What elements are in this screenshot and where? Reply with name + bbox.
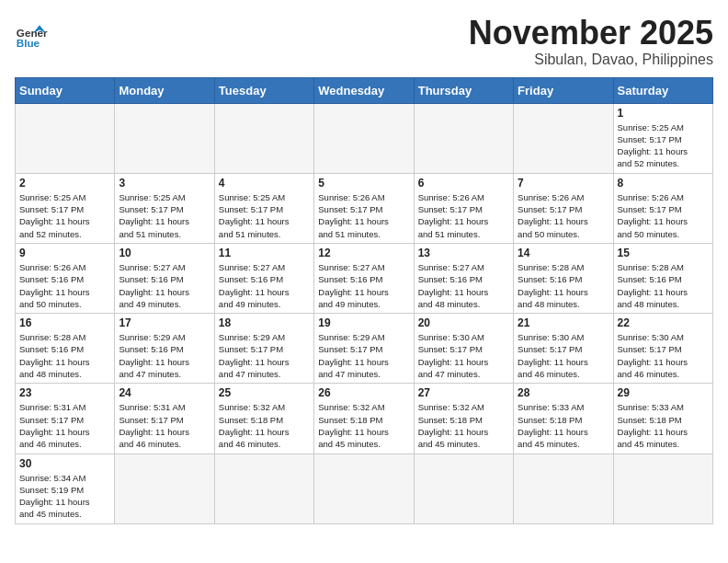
- day-number: 16: [19, 316, 110, 329]
- day-info: Sunrise: 5:29 AMSunset: 5:16 PMDaylight:…: [119, 331, 210, 380]
- weekday-header-friday: Friday: [514, 77, 613, 103]
- day-number: 25: [219, 386, 310, 399]
- weekday-header-monday: Monday: [115, 77, 214, 103]
- day-number: 12: [318, 247, 409, 259]
- day-cell: 2Sunrise: 5:25 AMSunset: 5:17 PMDaylight…: [16, 173, 115, 243]
- day-cell: 4Sunrise: 5:25 AMSunset: 5:17 PMDaylight…: [214, 173, 313, 243]
- day-number: 4: [219, 177, 310, 190]
- day-info: Sunrise: 5:33 AMSunset: 5:18 PMDaylight:…: [618, 401, 709, 450]
- week-row-3: 9Sunrise: 5:26 AMSunset: 5:16 PMDaylight…: [16, 243, 713, 313]
- day-cell: 14Sunrise: 5:28 AMSunset: 5:16 PMDayligh…: [514, 243, 613, 313]
- day-number: 30: [19, 457, 110, 470]
- day-info: Sunrise: 5:30 AMSunset: 5:17 PMDaylight:…: [418, 331, 509, 380]
- day-number: 18: [219, 316, 310, 329]
- day-number: 1: [618, 107, 709, 120]
- day-info: Sunrise: 5:25 AMSunset: 5:17 PMDaylight:…: [219, 191, 310, 240]
- day-info: Sunrise: 5:32 AMSunset: 5:18 PMDaylight:…: [418, 401, 509, 450]
- day-cell: 20Sunrise: 5:30 AMSunset: 5:17 PMDayligh…: [414, 314, 513, 384]
- week-row-5: 23Sunrise: 5:31 AMSunset: 5:17 PMDayligh…: [16, 384, 713, 454]
- day-info: Sunrise: 5:27 AMSunset: 5:16 PMDaylight:…: [119, 261, 210, 310]
- day-cell: [314, 454, 414, 523]
- day-info: Sunrise: 5:28 AMSunset: 5:16 PMDaylight:…: [618, 261, 709, 310]
- day-info: Sunrise: 5:26 AMSunset: 5:17 PMDaylight:…: [418, 191, 509, 240]
- day-number: 3: [119, 177, 210, 190]
- day-info: Sunrise: 5:25 AMSunset: 5:17 PMDaylight:…: [618, 121, 709, 170]
- day-number: 2: [19, 177, 110, 190]
- day-number: 10: [119, 247, 210, 259]
- day-info: Sunrise: 5:31 AMSunset: 5:17 PMDaylight:…: [119, 401, 210, 450]
- day-cell: 23Sunrise: 5:31 AMSunset: 5:17 PMDayligh…: [16, 384, 115, 454]
- day-cell: 15Sunrise: 5:28 AMSunset: 5:16 PMDayligh…: [613, 243, 712, 313]
- day-cell: 8Sunrise: 5:26 AMSunset: 5:17 PMDaylight…: [613, 173, 712, 243]
- day-number: 20: [418, 316, 509, 329]
- svg-text:Blue: Blue: [17, 37, 40, 49]
- day-cell: 1Sunrise: 5:25 AMSunset: 5:17 PMDaylight…: [613, 103, 712, 173]
- day-number: 24: [119, 386, 210, 399]
- day-info: Sunrise: 5:28 AMSunset: 5:16 PMDaylight:…: [518, 261, 609, 310]
- day-cell: [214, 454, 313, 523]
- day-info: Sunrise: 5:25 AMSunset: 5:17 PMDaylight:…: [19, 191, 110, 240]
- day-number: 26: [318, 386, 409, 399]
- day-info: Sunrise: 5:27 AMSunset: 5:16 PMDaylight:…: [318, 261, 409, 310]
- weekday-header-sunday: Sunday: [16, 77, 115, 103]
- day-info: Sunrise: 5:30 AMSunset: 5:17 PMDaylight:…: [618, 331, 709, 380]
- day-info: Sunrise: 5:26 AMSunset: 5:17 PMDaylight:…: [618, 191, 709, 240]
- header: General Blue November 2025 Sibulan, Dava…: [15, 15, 713, 68]
- day-cell: [414, 454, 513, 523]
- day-cell: [115, 454, 214, 523]
- week-row-1: 1Sunrise: 5:25 AMSunset: 5:17 PMDaylight…: [16, 103, 713, 173]
- week-row-4: 16Sunrise: 5:28 AMSunset: 5:16 PMDayligh…: [16, 314, 713, 384]
- day-info: Sunrise: 5:27 AMSunset: 5:16 PMDaylight:…: [219, 261, 310, 310]
- day-cell: 9Sunrise: 5:26 AMSunset: 5:16 PMDaylight…: [16, 243, 115, 313]
- day-info: Sunrise: 5:25 AMSunset: 5:17 PMDaylight:…: [119, 191, 210, 240]
- weekday-header-saturday: Saturday: [613, 77, 712, 103]
- day-info: Sunrise: 5:32 AMSunset: 5:18 PMDaylight:…: [318, 401, 409, 450]
- day-number: 14: [518, 247, 609, 259]
- day-cell: [115, 103, 214, 173]
- calendar-table: SundayMondayTuesdayWednesdayThursdayFrid…: [15, 77, 713, 524]
- month-title: November 2025: [469, 15, 713, 52]
- day-number: 6: [418, 177, 509, 190]
- day-number: 28: [518, 386, 609, 399]
- day-info: Sunrise: 5:34 AMSunset: 5:19 PMDaylight:…: [19, 472, 110, 521]
- day-cell: 7Sunrise: 5:26 AMSunset: 5:17 PMDaylight…: [514, 173, 613, 243]
- weekday-header-tuesday: Tuesday: [214, 77, 313, 103]
- day-cell: 18Sunrise: 5:29 AMSunset: 5:17 PMDayligh…: [214, 314, 313, 384]
- day-cell: 16Sunrise: 5:28 AMSunset: 5:16 PMDayligh…: [16, 314, 115, 384]
- day-number: 22: [618, 316, 709, 329]
- day-info: Sunrise: 5:31 AMSunset: 5:17 PMDaylight:…: [19, 401, 110, 450]
- day-cell: 30Sunrise: 5:34 AMSunset: 5:19 PMDayligh…: [16, 454, 115, 523]
- day-info: Sunrise: 5:26 AMSunset: 5:16 PMDaylight:…: [19, 261, 110, 310]
- day-cell: [16, 103, 115, 173]
- day-cell: 6Sunrise: 5:26 AMSunset: 5:17 PMDaylight…: [414, 173, 513, 243]
- weekday-header-thursday: Thursday: [414, 77, 513, 103]
- title-block: November 2025 Sibulan, Davao, Philippine…: [469, 15, 713, 68]
- day-cell: 21Sunrise: 5:30 AMSunset: 5:17 PMDayligh…: [514, 314, 613, 384]
- day-number: 13: [418, 247, 509, 259]
- day-info: Sunrise: 5:33 AMSunset: 5:18 PMDaylight:…: [518, 401, 609, 450]
- day-cell: 26Sunrise: 5:32 AMSunset: 5:18 PMDayligh…: [314, 384, 414, 454]
- day-cell: 28Sunrise: 5:33 AMSunset: 5:18 PMDayligh…: [514, 384, 613, 454]
- day-cell: 12Sunrise: 5:27 AMSunset: 5:16 PMDayligh…: [314, 243, 414, 313]
- day-cell: 24Sunrise: 5:31 AMSunset: 5:17 PMDayligh…: [115, 384, 214, 454]
- day-number: 29: [618, 386, 709, 399]
- day-info: Sunrise: 5:29 AMSunset: 5:17 PMDaylight:…: [219, 331, 310, 380]
- weekday-header-row: SundayMondayTuesdayWednesdayThursdayFrid…: [16, 77, 713, 103]
- day-info: Sunrise: 5:30 AMSunset: 5:17 PMDaylight:…: [518, 331, 609, 380]
- day-number: 15: [618, 247, 709, 259]
- day-number: 7: [518, 177, 609, 190]
- day-number: 11: [219, 247, 310, 259]
- day-number: 19: [318, 316, 409, 329]
- day-cell: [414, 103, 513, 173]
- day-cell: 17Sunrise: 5:29 AMSunset: 5:16 PMDayligh…: [115, 314, 214, 384]
- logo: General Blue: [15, 18, 48, 52]
- day-cell: 5Sunrise: 5:26 AMSunset: 5:17 PMDaylight…: [314, 173, 414, 243]
- day-cell: 29Sunrise: 5:33 AMSunset: 5:18 PMDayligh…: [613, 384, 712, 454]
- day-cell: [613, 454, 712, 523]
- day-cell: 25Sunrise: 5:32 AMSunset: 5:18 PMDayligh…: [214, 384, 313, 454]
- day-info: Sunrise: 5:26 AMSunset: 5:17 PMDaylight:…: [518, 191, 609, 240]
- day-info: Sunrise: 5:27 AMSunset: 5:16 PMDaylight:…: [418, 261, 509, 310]
- day-info: Sunrise: 5:26 AMSunset: 5:17 PMDaylight:…: [318, 191, 409, 240]
- day-cell: [214, 103, 313, 173]
- day-cell: [514, 454, 613, 523]
